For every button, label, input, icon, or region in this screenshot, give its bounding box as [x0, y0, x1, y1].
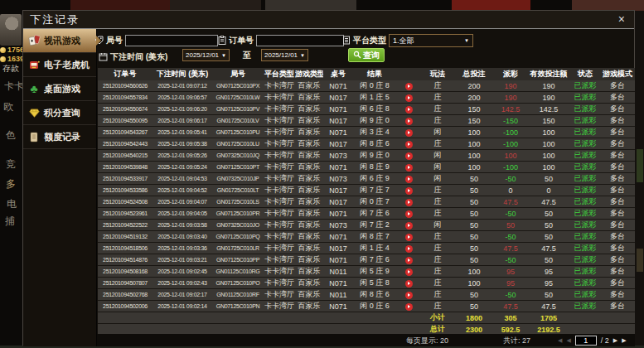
table-row: 2512010945078072025-12-01 09:02:43GN0712…	[98, 278, 635, 289]
replay-icon[interactable]	[405, 303, 413, 311]
cell-payout: -100	[494, 127, 527, 138]
background-banner	[265, 0, 356, 10]
cell-round-no: GN07125C010PX	[212, 80, 264, 92]
cell-mode: 多台	[600, 231, 635, 243]
replay-icon[interactable]	[405, 210, 413, 218]
table-row: 2512010945081682025-12-01 09:02:45GN0112…	[98, 266, 635, 278]
cell-replay	[396, 301, 421, 312]
page-number-input[interactable]	[575, 336, 597, 346]
last-page-button[interactable]: ▶	[622, 337, 626, 344]
cell-result: 闲 0 庄 6	[353, 301, 396, 312]
cell-table-no: N017	[323, 115, 353, 127]
column-header: 桌号	[323, 68, 353, 80]
replay-icon[interactable]	[405, 94, 413, 102]
replay-icon[interactable]	[405, 268, 413, 276]
table-row: 2512010945506742025-12-01 09:06:20GN0712…	[98, 104, 635, 115]
cell-result: 闲 8 庄 6	[353, 289, 396, 301]
replay-icon[interactable]	[405, 245, 413, 253]
prev-page-button[interactable]: ◀	[566, 337, 570, 344]
cell-round-no: GN07125C010PN	[212, 301, 264, 312]
cell-platform: 卡卡湾厅	[264, 150, 295, 162]
cell-play: 闲	[421, 220, 454, 231]
replay-icon[interactable]	[405, 222, 413, 230]
table-row: 2512010945335862025-12-01 09:04:52GN0172…	[98, 185, 635, 196]
cell-time: 2025-12-01 09:04:05	[153, 208, 212, 220]
cell-valid-bet: 47.5	[527, 243, 570, 254]
replay-icon[interactable]	[405, 280, 413, 288]
cell-time: 2025-12-01 09:02:17	[153, 289, 212, 301]
cell-game-type: 百家乐	[295, 254, 323, 266]
date-to-picker[interactable]: 2025/12/01 ▼	[261, 49, 308, 61]
total-count-label: 共计: 27	[503, 336, 530, 346]
cell-total-bet: 100	[454, 150, 494, 162]
cell-replay	[396, 150, 421, 162]
replay-icon[interactable]	[405, 176, 413, 183]
cell-valid-bet: 50	[527, 220, 570, 231]
cell-game-type: 百家乐	[295, 162, 323, 173]
table-header: 订单号下注时间 (美东)局号平台类型游戏类型桌号结果玩法总投注派彩有效投注额状态…	[98, 68, 635, 80]
cell-replay	[396, 138, 421, 150]
sidebar-item-points[interactable]: 积分查询	[23, 101, 96, 125]
replay-icon[interactable]	[405, 187, 413, 195]
cell-total-bet: 100	[454, 278, 494, 289]
table-row: 2512010945020062025-12-01 09:02:14GN0712…	[98, 301, 635, 312]
sidebar-item-video-games[interactable]: 视讯游戏	[23, 29, 96, 53]
cell-payout: -50	[494, 208, 527, 220]
cell-total-bet: 100	[454, 138, 494, 150]
replay-icon[interactable]	[405, 118, 413, 125]
order-no-input[interactable]	[256, 35, 344, 46]
background-banner	[452, 0, 530, 10]
first-page-button[interactable]: ◀	[558, 337, 562, 344]
cell-time: 2025-12-01 09:03:36	[153, 243, 212, 254]
table-row: 2512010945432672025-12-01 09:05:41GN0712…	[98, 127, 635, 138]
replay-icon[interactable]	[405, 257, 413, 264]
cell-valid-bet: 190	[527, 80, 570, 92]
query-button[interactable]: 查询	[348, 48, 385, 62]
cell-replay	[396, 127, 421, 138]
replay-icon[interactable]	[405, 152, 413, 160]
club-icon: ♣	[27, 83, 41, 95]
replay-icon[interactable]	[405, 234, 413, 241]
cell-round-no: GN07125C010PO	[212, 278, 264, 289]
cell-round-no: GN07125C010PR	[212, 208, 264, 220]
platform-type-label: 平台类型	[353, 35, 386, 46]
sidebar-item-table-games[interactable]: ♣ 桌面游戏	[23, 77, 96, 101]
cell-status: 已派彩	[570, 254, 600, 266]
cell-status: 已派彩	[570, 162, 600, 173]
replay-icon[interactable]	[405, 164, 413, 172]
replay-icon[interactable]	[405, 141, 413, 148]
cell-round-no: GN07125C010PU	[212, 127, 264, 138]
replay-icon[interactable]	[405, 292, 413, 299]
cell-payout: 142.5	[494, 104, 527, 115]
sidebar-item-credit-record[interactable]: 额度记录	[23, 125, 96, 149]
cell-round-no: GN07325C010JQ	[212, 150, 264, 162]
replay-icon[interactable]	[405, 129, 413, 137]
date-from-picker[interactable]: 2025/12/01 ▼	[182, 49, 230, 61]
replay-icon[interactable]	[405, 199, 413, 206]
sidebar-item-slots[interactable]: 电子老虎机	[23, 53, 96, 77]
cell-replay	[396, 162, 421, 173]
cell-platform: 卡卡湾厅	[264, 231, 295, 243]
cell-payout: 95	[494, 266, 527, 278]
cell-game-type: 百家乐	[295, 92, 323, 104]
close-icon[interactable]: ×	[618, 12, 625, 26]
cell-time: 2025-12-01 09:06:17	[153, 115, 212, 127]
cards-icon	[27, 35, 41, 47]
cell-game-type: 百家乐	[295, 278, 323, 289]
cell-round-no: GN01125C010RG	[212, 266, 264, 278]
table-row: 2512010945245082025-12-01 09:04:07GN0172…	[98, 196, 635, 208]
replay-icon[interactable]	[405, 106, 413, 114]
cell-platform: 卡卡湾厅	[264, 196, 295, 208]
sidebar-item-label: 视讯游戏	[44, 35, 80, 47]
cell-payout: 95	[494, 278, 527, 289]
to-label-wrapper: 至	[243, 50, 251, 61]
cell-payout: -50	[494, 289, 527, 301]
cell-game-type: 百家乐	[295, 150, 323, 162]
cell-round-no: GN01725C010LW	[212, 92, 264, 104]
platform-type-select[interactable]: 1.全部 ▼	[389, 34, 473, 47]
cell-time: 2025-12-01 09:02:43	[153, 278, 212, 289]
round-no-input[interactable]	[125, 35, 218, 46]
replay-icon[interactable]	[405, 83, 413, 90]
next-page-button[interactable]: ▶	[613, 337, 617, 344]
cell-platform: 卡卡湾厅	[264, 80, 295, 92]
